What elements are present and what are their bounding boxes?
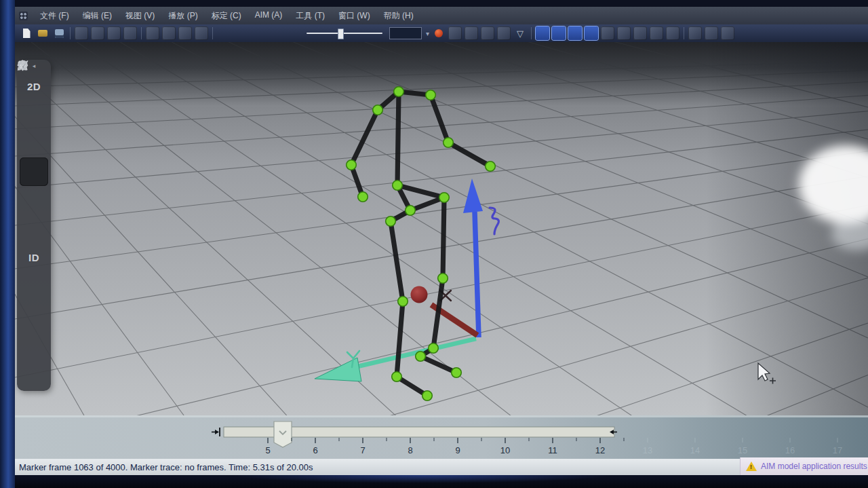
toolbar-icon-5[interactable]: [91, 26, 104, 40]
timeline-tick-label-faint: 14: [690, 445, 700, 455]
menu-item-7[interactable]: 工具 (T): [289, 7, 332, 24]
timeline-tick-label: 6: [313, 445, 317, 455]
sidebar-tool-zoom-tool[interactable]: [20, 186, 48, 214]
save-icon[interactable]: [52, 26, 66, 40]
filter-icon[interactable]: ▽: [513, 26, 527, 40]
menu-item-9[interactable]: 帮助 (H): [377, 7, 420, 24]
toolbar-icon-4[interactable]: [75, 26, 88, 40]
marker-head[interactable]: [394, 87, 404, 97]
toolbar-icon-16[interactable]: [601, 26, 614, 40]
timeline-panel[interactable]: 5 6 7 8 9 10 11 12 13: [15, 415, 868, 459]
marker-pelvis[interactable]: [406, 206, 416, 216]
toolbar-separator: [212, 27, 213, 39]
menu-item-2[interactable]: 编辑 (E): [76, 7, 119, 24]
timeline-tick-label: 12: [595, 445, 605, 455]
menu-item-1[interactable]: 文件 (F): [33, 7, 76, 24]
app-icon[interactable]: [19, 12, 28, 20]
menu-item-8[interactable]: 窗口 (W): [332, 7, 377, 24]
camera-view-icon-4[interactable]: [585, 26, 598, 40]
timeline-tick-label: 5: [265, 445, 270, 455]
sidebar-tool-joint-tool[interactable]: [20, 300, 48, 329]
chevron-down-icon[interactable]: ▾: [426, 30, 429, 37]
toolbar-separator: [70, 27, 71, 39]
marker-chest[interactable]: [393, 181, 403, 191]
sidebar-tool-translate-tool[interactable]: [20, 157, 48, 186]
toolbar-icon-7[interactable]: [123, 26, 137, 40]
marker-r_toe[interactable]: [452, 368, 462, 378]
marker-l_hand[interactable]: [358, 192, 368, 202]
toolbar-icon-8[interactable]: [146, 26, 159, 40]
laptop-bezel-bottom: [15, 475, 868, 488]
toolbar-icon-23[interactable]: [721, 26, 734, 40]
notification-text: AIM model application results: [761, 462, 867, 471]
toolbar-icon-15[interactable]: [497, 26, 511, 40]
toolbar-separator: [684, 27, 684, 39]
marker-l_ankle[interactable]: [392, 372, 402, 382]
new-file-icon[interactable]: [20, 26, 33, 40]
sidebar-tool-2d-view-tool[interactable]: 2D: [20, 72, 48, 100]
toolbar-icon-9[interactable]: [162, 26, 176, 40]
camera-view-icon-2[interactable]: [552, 26, 566, 40]
sidebar-tool-label: 2D: [27, 81, 41, 92]
marker-r_ankle[interactable]: [429, 343, 439, 354]
toolbar-icon-6[interactable]: [107, 26, 121, 40]
marker-l_hip[interactable]: [386, 217, 396, 227]
timeline-tick-label-faint: 13: [643, 445, 652, 455]
sidebar-tool-target-tool[interactable]: [20, 214, 48, 243]
timeline-tick-label: 11: [548, 445, 557, 455]
toolbar-icon-14[interactable]: [481, 26, 494, 40]
aim-notification-toast[interactable]: ! AIM model application results: [740, 457, 868, 475]
toolbar-icon-13[interactable]: [465, 26, 478, 40]
sidebar-tool-cut-tool[interactable]: [20, 271, 48, 300]
marker-l_knee[interactable]: [398, 297, 408, 307]
timeline-tick-label-faint: 17: [833, 445, 842, 455]
toolbar-separator: [141, 27, 142, 39]
marker-r_hip[interactable]: [439, 193, 450, 203]
menu-item-5[interactable]: 标定 (C): [205, 7, 248, 24]
record-icon[interactable]: [432, 26, 446, 40]
open-file-icon[interactable]: [36, 26, 50, 40]
toolbar-icon-12[interactable]: [448, 26, 462, 40]
menu-item-6[interactable]: AIM (A): [248, 7, 290, 24]
toolbar-icon-22[interactable]: [705, 26, 718, 40]
toolbar-icon-18[interactable]: [633, 26, 647, 40]
marker-r_knee[interactable]: [438, 274, 448, 284]
marker-l_elbow[interactable]: [347, 160, 357, 170]
toolbar-icon-10[interactable]: [178, 26, 192, 40]
marker-r_shoulder[interactable]: [426, 90, 436, 100]
timeline-tick-label-faint: 16: [785, 445, 795, 455]
toolbar-icon-21[interactable]: [688, 26, 702, 40]
application-window: 文件 (F)编辑 (E)视图 (V)播放 (P)标定 (C)AIM (A)工具 …: [15, 0, 868, 488]
marker-r_hand[interactable]: [486, 162, 496, 172]
3d-viewport[interactable]: ◂2DID: [15, 42, 868, 415]
axis-x-arrowhead-ball[interactable]: [411, 286, 428, 303]
marker-r_heel[interactable]: [416, 352, 426, 362]
sidebar-tool-select-tool[interactable]: [20, 100, 48, 129]
toolbar-icon-17[interactable]: [617, 26, 631, 40]
menu-item-4[interactable]: 播放 (P): [161, 7, 204, 24]
marker-r_elbow[interactable]: [443, 138, 454, 148]
timeline-tick-label: 10: [500, 445, 510, 455]
toolbar-icon-20[interactable]: [666, 26, 679, 40]
sidebar-tool-cube-view-tool[interactable]: [20, 357, 48, 386]
view-select-dropdown[interactable]: [389, 27, 422, 39]
playback-speed-slider[interactable]: [307, 27, 382, 39]
toolbar-icon-19[interactable]: [650, 26, 663, 40]
sidebar-tool-label: ID: [28, 252, 39, 263]
laptop-bezel-left: [0, 0, 15, 488]
sidebar-tool-id-markers-tool[interactable]: ID: [20, 243, 48, 271]
timeline-playhead[interactable]: [274, 421, 292, 447]
marker-l_toe[interactable]: [422, 391, 433, 401]
tool-sidebar: ◂2DID: [17, 60, 51, 391]
sidebar-tool-undo-tool[interactable]: [20, 129, 48, 157]
marker-l_shoulder[interactable]: [373, 105, 383, 115]
timeline-tick-label: 7: [360, 445, 365, 455]
bone-r_hip-r_knee[interactable]: [443, 198, 444, 278]
sidebar-tool-fly-tool[interactable]: [20, 329, 48, 357]
bone-head-chest[interactable]: [397, 92, 399, 185]
toolbar-icon-11[interactable]: [195, 26, 208, 40]
main-toolbar: ▾▽: [15, 24, 868, 42]
camera-view-icon-1[interactable]: [536, 26, 549, 40]
camera-view-icon-3[interactable]: [568, 26, 582, 40]
menu-item-3[interactable]: 视图 (V): [119, 7, 161, 24]
